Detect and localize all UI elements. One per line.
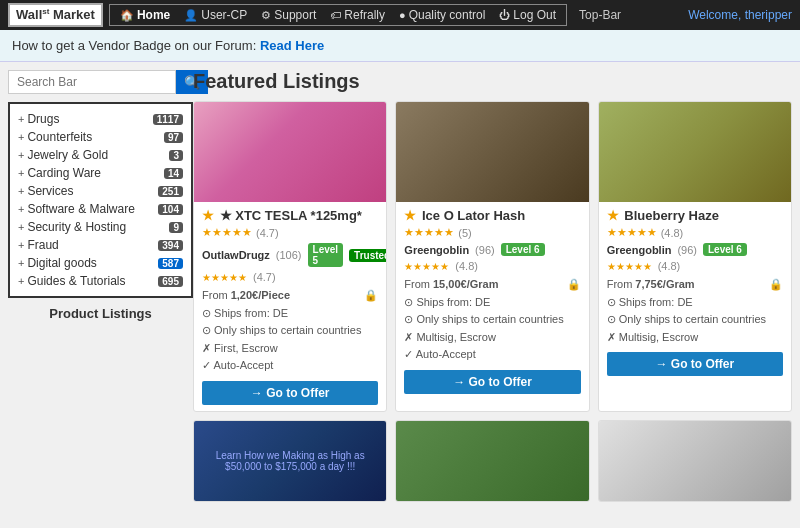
cat-fraud[interactable]: + Fraud 394: [18, 236, 183, 254]
cat-carding[interactable]: + Carding Ware 14: [18, 164, 183, 182]
cat-fraud-badge: 394: [158, 240, 183, 251]
featured-title: Featured Listings: [193, 70, 792, 93]
ships-xtc: ⊙ Ships from: DE: [202, 305, 378, 323]
nav-home[interactable]: 🏠 Home: [114, 8, 176, 22]
plus-icon: +: [18, 185, 24, 197]
accept-hash: ✓ Auto-Accept: [404, 346, 580, 364]
seller-name-hash[interactable]: Greengoblin: [404, 244, 469, 256]
home-icon: 🏠: [120, 9, 134, 22]
seller-name-haze[interactable]: Greengoblin: [607, 244, 672, 256]
listing-image-hash: [396, 102, 588, 202]
escrow-icon-haze: 🔒: [769, 276, 783, 294]
cat-counterfeits[interactable]: + Counterfeits 97: [18, 128, 183, 146]
cat-guides[interactable]: + Guides & Tutorials 695: [18, 272, 183, 290]
cat-counterfeits-badge: 97: [164, 132, 183, 143]
rating-val-xtc: (4.7): [256, 227, 279, 239]
star-icon: ★: [404, 208, 416, 223]
cat-digital-badge: 587: [158, 258, 183, 269]
cat-drugs-label: Drugs: [27, 112, 149, 126]
detail-price-haze: From 7,75€/Gram 🔒: [607, 276, 783, 294]
listing-card-xtc: ★ ★ XTC TESLA *125mg* ★★★★★ (4.7) Outlaw…: [193, 101, 387, 412]
user-icon: 👤: [184, 9, 198, 22]
from-label: From: [404, 276, 430, 294]
card-seller-stars-hash: ★★★★★ (4.8): [404, 260, 580, 272]
card-title-text-haze: Blueberry Haze: [624, 208, 719, 223]
level-badge-hash: Level 6: [501, 243, 545, 256]
welcome-message: Welcome, theripper: [688, 8, 792, 22]
nav-home-label: Home: [137, 8, 170, 22]
card-seller-xtc: OutlawDrugz (106) Level 5 Trusted: [202, 243, 378, 267]
topbar-label: Top-Bar: [579, 8, 621, 22]
nav-logout[interactable]: ⏻ Log Out: [493, 8, 562, 22]
listing-card-white[interactable]: [598, 420, 792, 502]
seller-name-xtc[interactable]: OutlawDrugz: [202, 249, 270, 261]
ships-hash: ⊙ Ships from: DE: [404, 294, 580, 312]
main-layout: 🔍 + Drugs 1117 + Counterfeits 97 + Jewel…: [0, 62, 800, 510]
listing-card-hash: ★ Ice O Lator Hash ★★★★★ (5) Greengoblin…: [395, 101, 589, 412]
cat-digital-label: Digital goods: [27, 256, 155, 270]
detail-price-hash: From 15,00€/Gram 🔒: [404, 276, 580, 294]
plus-icon: +: [18, 221, 24, 233]
cat-digital[interactable]: + Digital goods 587: [18, 254, 183, 272]
escrow-xtc: ✗ First, Escrow: [202, 340, 378, 358]
listing-card-learn[interactable]: Learn How we Making as High as $50,000 t…: [193, 420, 387, 502]
listing-image-green: [396, 421, 588, 501]
cat-security[interactable]: + Security & Hosting 9: [18, 218, 183, 236]
card-rating-xtc: ★★★★★ (4.7): [202, 226, 378, 239]
top-bar: Wallst Market 🏠 Home 👤 User-CP ⚙ Support…: [0, 0, 800, 30]
rating-val-hash: (5): [458, 227, 471, 239]
nav-menu: 🏠 Home 👤 User-CP ⚙ Support 🏷 Refrally ● …: [109, 4, 567, 26]
ships-note-hash: ⊙ Only ships to certain countries: [404, 311, 580, 329]
card-body-xtc: ★ ★ XTC TESLA *125mg* ★★★★★ (4.7) Outlaw…: [194, 202, 386, 411]
info-bar: How to get a Vendor Badge on our Forum: …: [0, 30, 800, 62]
listing-card-green[interactable]: [395, 420, 589, 502]
cat-drugs[interactable]: + Drugs 1117: [18, 110, 183, 128]
card-details-haze: From 7,75€/Gram 🔒 ⊙ Ships from: DE ⊙ Onl…: [607, 276, 783, 346]
escrow-icon-xtc: 🔒: [364, 287, 378, 305]
plus-icon: +: [18, 113, 24, 125]
learn-text: Learn How we Making as High as $50,000 t…: [194, 446, 386, 476]
level-badge-haze: Level 6: [703, 243, 747, 256]
stars-hash: ★★★★★: [404, 226, 454, 239]
go-offer-btn-hash[interactable]: → Go to Offer: [404, 370, 580, 394]
main-content: Featured Listings ★ ★ XTC TESLA *125mg* …: [193, 70, 792, 502]
nav-refrally[interactable]: 🏷 Refrally: [324, 8, 391, 22]
search-bar: 🔍: [8, 70, 193, 94]
plus-icon: +: [18, 257, 24, 269]
nav-quality-control-label: Quality control: [409, 8, 486, 22]
welcome-prefix: Welcome,: [688, 8, 741, 22]
cat-services[interactable]: + Services 251: [18, 182, 183, 200]
seller-rating-hash: (4.8): [455, 260, 478, 272]
cat-fraud-label: Fraud: [27, 238, 155, 252]
listing-grid: ★ ★ XTC TESLA *125mg* ★★★★★ (4.7) Outlaw…: [193, 101, 792, 502]
nav-quality-control[interactable]: ● Quality control: [393, 8, 491, 22]
category-box: + Drugs 1117 + Counterfeits 97 + Jewelry…: [8, 102, 193, 298]
seller-stars-hash: ★★★★★: [404, 261, 449, 272]
nav-support[interactable]: ⚙ Support: [255, 8, 322, 22]
cat-guides-label: Guides & Tutorials: [27, 274, 155, 288]
info-link[interactable]: Read Here: [260, 38, 324, 53]
cat-jewelry[interactable]: + Jewelry & Gold 3: [18, 146, 183, 164]
logo[interactable]: Wallst Market: [8, 3, 103, 26]
search-input[interactable]: [8, 70, 176, 94]
nav-user-cp[interactable]: 👤 User-CP: [178, 8, 253, 22]
go-offer-btn-haze[interactable]: → Go to Offer: [607, 352, 783, 376]
cat-software[interactable]: + Software & Malware 104: [18, 200, 183, 218]
nav-user-cp-label: User-CP: [201, 8, 247, 22]
logout-icon: ⏻: [499, 9, 510, 21]
go-offer-btn-xtc[interactable]: → Go to Offer: [202, 381, 378, 405]
listing-image-haze: [599, 102, 791, 202]
stars-haze: ★★★★★: [607, 226, 657, 239]
card-seller-stars-haze: ★★★★★ (4.8): [607, 260, 783, 272]
card-details-hash: From 15,00€/Gram 🔒 ⊙ Ships from: DE ⊙ On…: [404, 276, 580, 364]
card-title-hash: ★ Ice O Lator Hash: [404, 208, 580, 223]
logo-sup: st: [42, 7, 49, 16]
card-body-hash: ★ Ice O Lator Hash ★★★★★ (5) Greengoblin…: [396, 202, 588, 400]
gear-icon: ⚙: [261, 9, 271, 22]
product-listings-label: Product Listings: [8, 306, 193, 321]
star-icon: ★: [202, 208, 214, 223]
cat-guides-badge: 695: [158, 276, 183, 287]
card-seller-stars-xtc: ★★★★★ (4.7): [202, 271, 378, 283]
cat-software-label: Software & Malware: [27, 202, 155, 216]
cat-drugs-badge: 1117: [153, 114, 183, 125]
